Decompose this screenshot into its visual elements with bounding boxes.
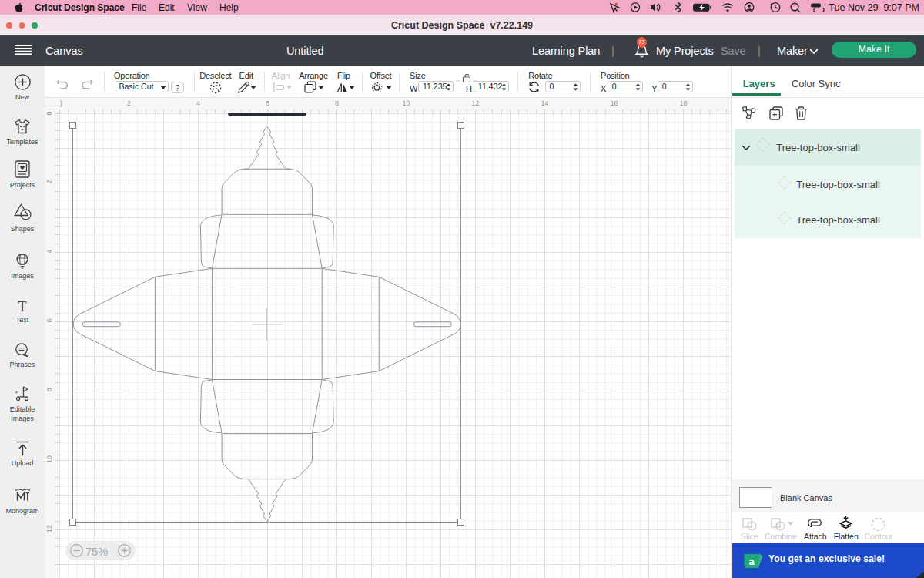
svg-text:a: a bbox=[748, 555, 755, 566]
